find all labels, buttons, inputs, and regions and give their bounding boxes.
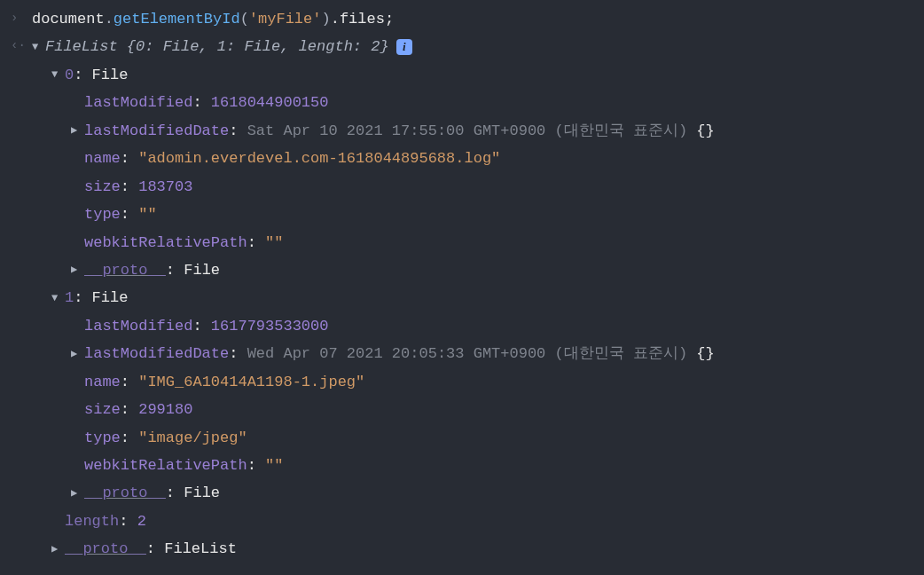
expand-toggle-icon[interactable]: ▼ xyxy=(51,65,64,84)
info-icon[interactable]: i xyxy=(396,39,412,55)
console-input-row: › document.getElementById('myFile').file… xyxy=(11,5,913,33)
console-input-expression[interactable]: document.getElementById('myFile').files; xyxy=(32,5,913,33)
expand-toggle-icon[interactable]: ▶ xyxy=(71,121,83,140)
prop-webkitRelativePath: webkitRelativePath: "" xyxy=(32,452,913,479)
expand-toggle-icon[interactable]: ▼ xyxy=(32,37,44,57)
prop-length: length: 2 xyxy=(32,508,913,535)
summary-preview: {0: File, 1: File, length: 2} xyxy=(127,38,389,55)
expand-toggle-icon[interactable]: ▶ xyxy=(71,344,83,364)
console-output-row: ‹· ▼FileList {0: File, 1: File, length: … xyxy=(11,33,913,563)
result-icon: ‹· xyxy=(11,33,32,58)
prop-lastModified: lastModified: 1617793533000 xyxy=(32,312,913,340)
prop-name: name: "IMG_6A10414A1198-1.jpeg" xyxy=(32,368,913,396)
prop-lastModified: lastModified: 1618044900150 xyxy=(32,89,913,116)
prop-proto-outer[interactable]: ▶__proto__: FileList xyxy=(32,535,913,563)
expand-toggle-icon[interactable]: ▶ xyxy=(71,484,83,503)
prop-webkitRelativePath: webkitRelativePath: "" xyxy=(32,229,913,256)
prop-proto[interactable]: ▶__proto__: File xyxy=(32,479,913,507)
prop-proto[interactable]: ▶__proto__: File xyxy=(32,256,913,284)
filelist-summary[interactable]: ▼FileList {0: File, 1: File, length: 2}i xyxy=(32,33,913,60)
prop-type: type: "" xyxy=(32,201,913,228)
file-entry-0[interactable]: ▼0: File xyxy=(32,61,913,89)
expand-toggle-icon[interactable]: ▶ xyxy=(71,260,83,280)
expand-toggle-icon[interactable]: ▶ xyxy=(51,540,64,559)
expand-toggle-icon[interactable]: ▼ xyxy=(51,288,64,308)
prop-size: size: 299180 xyxy=(32,396,913,423)
prompt-icon: › xyxy=(11,5,32,30)
summary-type: FileList xyxy=(45,38,118,55)
prop-lastModifiedDate[interactable]: ▶lastModifiedDate: Sat Apr 10 2021 17:55… xyxy=(32,117,913,145)
prop-size: size: 183703 xyxy=(32,173,913,201)
file-entry-1[interactable]: ▼1: File xyxy=(32,284,913,311)
prop-lastModifiedDate[interactable]: ▶lastModifiedDate: Wed Apr 07 2021 20:05… xyxy=(32,340,913,367)
prop-name: name: "adomin.everdevel.com-161804489568… xyxy=(32,145,913,172)
prop-type: type: "image/jpeg" xyxy=(32,424,913,452)
